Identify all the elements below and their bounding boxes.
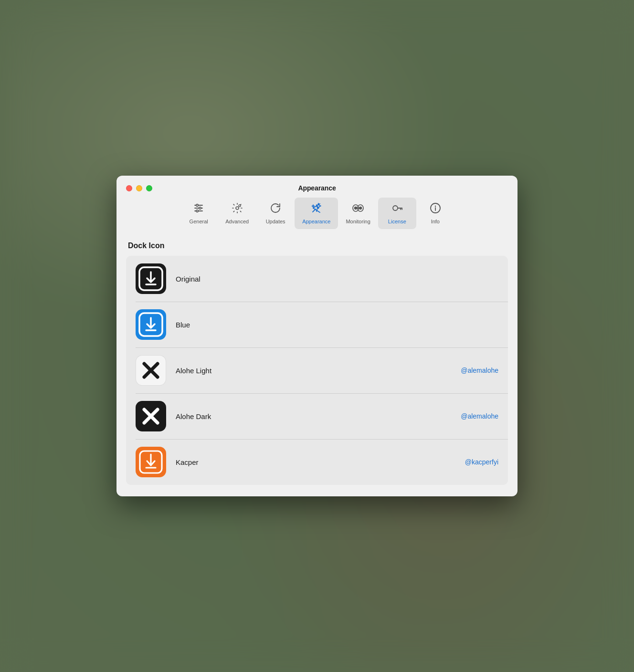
list-item[interactable]: Alohe Light @alemalohe	[126, 347, 508, 393]
svg-point-17	[393, 206, 398, 210]
maximize-button[interactable]	[146, 185, 152, 191]
svg-point-16	[360, 207, 361, 208]
original-app-icon	[136, 263, 166, 294]
eyes-icon	[351, 202, 365, 216]
kacper-credit[interactable]: @kacperfyi	[465, 458, 498, 466]
tab-info[interactable]: Info	[416, 198, 454, 229]
tab-appearance[interactable]: Appearance	[295, 198, 338, 229]
original-icon-name: Original	[176, 275, 498, 283]
tab-monitoring[interactable]: Monitoring	[338, 198, 378, 229]
tab-general[interactable]: General	[180, 198, 218, 229]
tab-monitoring-label: Monitoring	[346, 219, 370, 224]
alohe-light-app-icon	[136, 355, 166, 386]
arrow-cycle-icon	[270, 202, 281, 216]
tab-appearance-label: Appearance	[302, 219, 330, 224]
alohe-dark-credit[interactable]: @alemalohe	[461, 412, 498, 420]
gear-icon	[232, 202, 243, 216]
list-item[interactable]: Blue	[126, 302, 508, 347]
tab-advanced[interactable]: Advanced	[218, 198, 256, 229]
svg-point-5	[196, 210, 198, 212]
window-title: Appearance	[298, 184, 336, 192]
key-icon	[391, 202, 403, 216]
list-item[interactable]: Alohe Dark @alemalohe	[126, 393, 508, 439]
blue-app-icon	[136, 309, 166, 340]
close-button[interactable]	[126, 185, 132, 191]
tab-updates-label: Updates	[266, 219, 285, 224]
svg-point-15	[356, 207, 357, 208]
app-window: Appearance General	[116, 176, 518, 496]
traffic-lights	[126, 185, 152, 191]
kacper-icon-name: Kacper	[176, 458, 465, 466]
alohe-dark-app-icon	[136, 401, 166, 431]
sliders-icon	[193, 202, 204, 216]
content-area: Dock Icon Original	[116, 237, 518, 496]
alohe-light-credit[interactable]: @alemalohe	[461, 367, 498, 374]
alohe-dark-icon-name: Alohe Dark	[176, 412, 461, 420]
svg-line-10	[313, 209, 316, 212]
tab-license[interactable]: License	[378, 198, 416, 229]
svg-point-6	[236, 207, 239, 210]
kacper-app-icon	[136, 447, 166, 477]
tab-license-label: License	[388, 219, 406, 224]
icon-list: Original Blue	[126, 256, 508, 485]
section-title: Dock Icon	[126, 242, 508, 250]
tab-updates[interactable]: Updates	[256, 198, 295, 229]
titlebar: Appearance	[116, 176, 518, 192]
blue-icon-name: Blue	[176, 321, 498, 329]
list-item[interactable]: Kacper @kacperfyi	[126, 439, 508, 485]
tab-general-label: General	[190, 219, 208, 224]
svg-point-3	[196, 204, 198, 206]
list-item[interactable]: Original	[126, 256, 508, 302]
alohe-light-icon-name: Alohe Light	[176, 367, 461, 375]
info-icon	[430, 202, 441, 216]
tab-advanced-label: Advanced	[225, 219, 249, 224]
sparkles-icon	[311, 202, 322, 216]
toolbar: General Advanced Updates	[116, 192, 518, 237]
svg-point-7	[239, 205, 241, 207]
tab-info-label: Info	[431, 219, 440, 224]
svg-point-4	[199, 207, 201, 209]
minimize-button[interactable]	[136, 185, 142, 191]
